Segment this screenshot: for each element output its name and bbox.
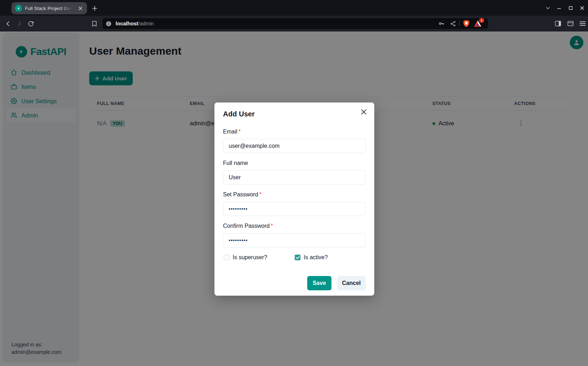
share-icon[interactable] bbox=[448, 19, 457, 28]
modal-buttons: Save Cancel bbox=[223, 276, 366, 290]
email-label-text: Email bbox=[223, 129, 237, 135]
email-label: Email* bbox=[223, 127, 366, 136]
tab-close-icon[interactable] bbox=[76, 4, 84, 12]
checkbox-row: Is superuser? Is active? bbox=[223, 253, 366, 262]
bookmark-icon[interactable] bbox=[88, 18, 100, 29]
sidebar-panel-icon[interactable] bbox=[552, 18, 564, 29]
confirm-password-label: Confirm Password* bbox=[223, 222, 366, 230]
required-asterisk: * bbox=[271, 223, 273, 229]
set-password-field[interactable] bbox=[223, 202, 366, 216]
forward-icon[interactable] bbox=[14, 18, 25, 29]
reload-icon[interactable] bbox=[25, 18, 36, 29]
full-name-group: Full name bbox=[223, 159, 366, 185]
required-asterisk: * bbox=[259, 191, 262, 197]
toolbar-divider bbox=[459, 21, 460, 26]
full-name-field[interactable] bbox=[223, 170, 366, 185]
browser-tab-strip: Full Stack Project Genera bbox=[0, 0, 588, 16]
is-active-label: Is active? bbox=[304, 254, 328, 261]
save-button[interactable]: Save bbox=[307, 276, 331, 290]
confirm-password-group: Confirm Password* bbox=[223, 222, 366, 247]
set-password-label-text: Set Password bbox=[223, 191, 258, 197]
is-active-checkbox[interactable]: Is active? bbox=[295, 254, 328, 261]
full-name-label-text: Full name bbox=[223, 160, 248, 166]
brave-shield-icon[interactable] bbox=[462, 19, 471, 28]
back-icon[interactable] bbox=[2, 18, 14, 29]
url-path: /admin bbox=[138, 21, 154, 26]
is-superuser-checkbox[interactable]: Is superuser? bbox=[224, 254, 295, 261]
fastapi-favicon-icon bbox=[15, 5, 22, 12]
rewards-badge: 1 bbox=[479, 18, 484, 23]
cancel-button[interactable]: Cancel bbox=[337, 276, 366, 290]
browser-tab[interactable]: Full Stack Project Genera bbox=[11, 2, 87, 14]
window-controls bbox=[542, 0, 587, 16]
password-key-icon[interactable] bbox=[437, 19, 446, 28]
window-close-icon[interactable] bbox=[577, 2, 587, 13]
window-maximize-icon[interactable] bbox=[565, 2, 576, 13]
confirm-password-label-text: Confirm Password bbox=[223, 223, 270, 229]
required-asterisk: * bbox=[238, 129, 240, 135]
confirm-password-field[interactable] bbox=[223, 233, 366, 247]
url-text: localhost/admin bbox=[116, 21, 437, 26]
modal-close-icon[interactable] bbox=[358, 106, 369, 117]
url-host: localhost bbox=[116, 21, 138, 26]
brave-rewards-icon[interactable]: 1 bbox=[473, 19, 482, 28]
tab-search-chevron-icon[interactable] bbox=[542, 2, 553, 13]
modal-title: Add User bbox=[223, 108, 366, 120]
add-user-modal: Add User Email* Full name Set Password* … bbox=[214, 102, 374, 296]
window-minimize-icon[interactable] bbox=[554, 2, 564, 13]
browser-toolbar: localhost/admin 1 bbox=[0, 16, 588, 31]
set-password-group: Set Password* bbox=[223, 190, 366, 216]
checkbox-unchecked-icon bbox=[224, 255, 229, 260]
wallet-icon[interactable] bbox=[565, 18, 576, 29]
tab-title: Full Stack Project Genera bbox=[25, 6, 74, 11]
email-field[interactable] bbox=[223, 139, 366, 153]
new-tab-button[interactable] bbox=[89, 3, 100, 14]
menu-hamburger-icon[interactable] bbox=[577, 18, 588, 29]
set-password-label: Set Password* bbox=[223, 190, 366, 199]
url-bar[interactable]: localhost/admin 1 bbox=[102, 18, 488, 29]
checkbox-checked-icon bbox=[295, 255, 300, 260]
full-name-label: Full name bbox=[223, 159, 366, 167]
is-superuser-label: Is superuser? bbox=[233, 254, 267, 261]
email-group: Email* bbox=[223, 127, 366, 153]
site-info-icon[interactable] bbox=[106, 21, 112, 27]
